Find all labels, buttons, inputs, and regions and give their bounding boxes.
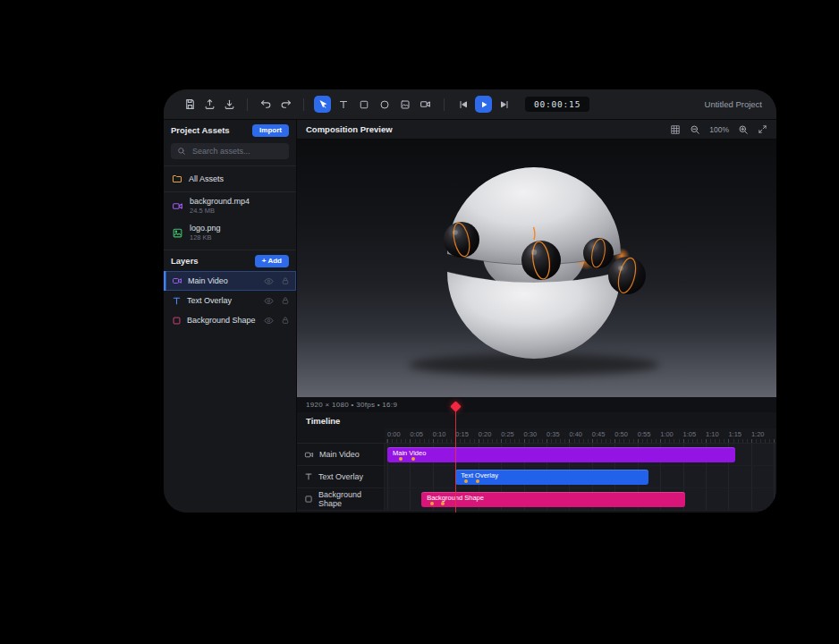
keyframe-dot[interactable] xyxy=(476,479,479,483)
image-file-icon xyxy=(172,227,183,239)
eye-icon[interactable] xyxy=(264,296,274,306)
keyframe-dot[interactable] xyxy=(430,502,434,505)
layers-header: Layers + Add xyxy=(164,250,296,271)
project-title: Untitled Project xyxy=(705,99,762,109)
asset-row-logo-png[interactable]: logo.png 128 KB xyxy=(164,219,296,246)
redo-button[interactable] xyxy=(275,96,295,114)
main-panel: Composition Preview 100% xyxy=(297,120,776,513)
import-button[interactable]: Import xyxy=(252,124,289,137)
zoom-out-icon[interactable] xyxy=(690,124,700,135)
keyframe-dot[interactable] xyxy=(399,457,403,461)
layer-row-background-shape[interactable]: Background Shape xyxy=(164,310,296,330)
text-tool-icon xyxy=(338,99,349,110)
skip-forward-button[interactable] xyxy=(496,96,513,113)
composition-meta: 1920 × 1080 • 30fps • 16:9 xyxy=(297,397,776,412)
save-icon xyxy=(184,98,196,110)
all-assets-label: All Assets xyxy=(189,174,224,183)
keyframe-dot[interactable] xyxy=(464,479,468,483)
ruler-label: 0:10 xyxy=(433,430,446,438)
tool-select-button[interactable] xyxy=(314,96,331,113)
keyframe-dot[interactable] xyxy=(411,457,415,461)
ruler-label: 1:10 xyxy=(706,430,719,438)
save-button[interactable] xyxy=(180,96,199,114)
layer-row-text-overlay[interactable]: Text Overlay xyxy=(164,291,296,310)
zoom-in-icon[interactable] xyxy=(738,124,749,135)
lock-icon[interactable] xyxy=(281,276,290,285)
ruler-label: 0:55 xyxy=(638,430,651,438)
clip-label: Text Overlay xyxy=(455,470,648,479)
composition-meta-text: 1920 × 1080 • 30fps • 16:9 xyxy=(306,401,397,409)
download-button[interactable] xyxy=(219,96,239,114)
clip-text-overlay[interactable]: Text Overlay xyxy=(455,470,648,485)
skip-forward-icon xyxy=(499,99,510,110)
tool-text-button[interactable] xyxy=(335,96,352,113)
skip-back-button[interactable] xyxy=(454,96,471,113)
layer-name: Main Video xyxy=(188,276,228,285)
add-layer-button[interactable]: + Add xyxy=(255,255,289,267)
track-lane-main-video[interactable]: Main Video xyxy=(385,444,776,465)
3d-scene xyxy=(297,140,776,397)
video-tool-icon xyxy=(420,98,431,110)
search-input[interactable] xyxy=(191,146,283,157)
track-label-main-video[interactable]: Main Video xyxy=(297,444,385,465)
timeline-ruler-labels[interactable]: 0:000:050:100:150:200:250:300:350:400:45… xyxy=(385,428,776,443)
track-lane-text-overlay[interactable]: Text Overlay xyxy=(385,466,776,487)
timeline-tracks: Main Video Main Video Text Overlay xyxy=(297,444,776,513)
ruler-label: 0:05 xyxy=(410,430,423,438)
satellite-sphere xyxy=(583,238,614,268)
lock-icon[interactable] xyxy=(281,296,290,305)
tool-rectangle-button[interactable] xyxy=(355,96,372,113)
clip-label: Background Shape xyxy=(421,492,685,502)
layer-row-main-video[interactable]: Main Video xyxy=(164,271,296,291)
play-button[interactable] xyxy=(475,96,492,113)
ruler-label: 0:50 xyxy=(614,430,628,438)
undo-icon xyxy=(260,98,272,110)
track-label-text-overlay[interactable]: Text Overlay xyxy=(297,466,385,487)
image-tool-icon xyxy=(400,99,411,110)
rectangle-tool-icon xyxy=(359,99,369,110)
asset-row-background-mp4[interactable]: background.mp4 24.5 MB xyxy=(164,192,296,219)
track-label-background-shape[interactable]: Background Shape xyxy=(297,488,385,510)
playhead-line xyxy=(455,410,457,513)
tool-video-button[interactable] xyxy=(417,96,434,113)
keyframe-dot[interactable] xyxy=(441,502,445,505)
search-icon xyxy=(177,147,186,156)
grid-icon[interactable] xyxy=(670,124,681,135)
timeline-ruler[interactable]: 0:000:050:100:150:200:250:300:350:400:45… xyxy=(297,428,776,444)
toolbar-separator xyxy=(247,98,248,111)
app-window: 00:00:15 Untitled Project Project Assets… xyxy=(164,89,776,513)
ruler-label: 1:15 xyxy=(728,430,742,438)
redo-icon xyxy=(280,98,292,110)
tool-image-button[interactable] xyxy=(396,96,413,113)
lock-icon[interactable] xyxy=(281,316,290,325)
composition-canvas[interactable] xyxy=(297,140,776,397)
clip-main-video[interactable]: Main Video xyxy=(387,447,735,462)
ruler-label: 0:35 xyxy=(547,430,560,438)
tracks-filler xyxy=(297,511,776,513)
undo-button[interactable] xyxy=(256,96,275,114)
track-row-main-video: Main Video Main Video xyxy=(297,444,776,466)
clip-label: Main Video xyxy=(387,447,735,457)
ruler-label: 0:00 xyxy=(387,430,401,438)
fullscreen-icon[interactable] xyxy=(758,124,767,134)
timecode-display: 00:00:15 xyxy=(525,97,589,112)
shape-track-icon xyxy=(304,495,313,504)
track-lane-background-shape[interactable]: Background Shape xyxy=(385,488,776,510)
ruler-label: 0:40 xyxy=(569,430,582,438)
zoom-level: 100% xyxy=(709,125,729,134)
track-name: Text Overlay xyxy=(318,472,363,481)
upload-button[interactable] xyxy=(199,96,219,114)
composition-preview-title: Composition Preview xyxy=(306,124,393,134)
project-assets-title: Project Assets xyxy=(171,125,230,135)
clip-background-shape[interactable]: Background Shape xyxy=(421,492,685,507)
track-name: Main Video xyxy=(319,450,360,459)
asset-search-box[interactable] xyxy=(171,143,289,159)
layer-name: Text Overlay xyxy=(187,296,232,305)
ruler-label: 1:05 xyxy=(683,430,697,438)
video-layer-icon xyxy=(172,275,182,286)
eye-icon[interactable] xyxy=(264,316,274,326)
folder-icon xyxy=(172,174,182,184)
tool-ellipse-button[interactable] xyxy=(376,96,393,113)
all-assets-item[interactable]: All Assets xyxy=(164,166,296,191)
eye-icon[interactable] xyxy=(264,276,274,286)
